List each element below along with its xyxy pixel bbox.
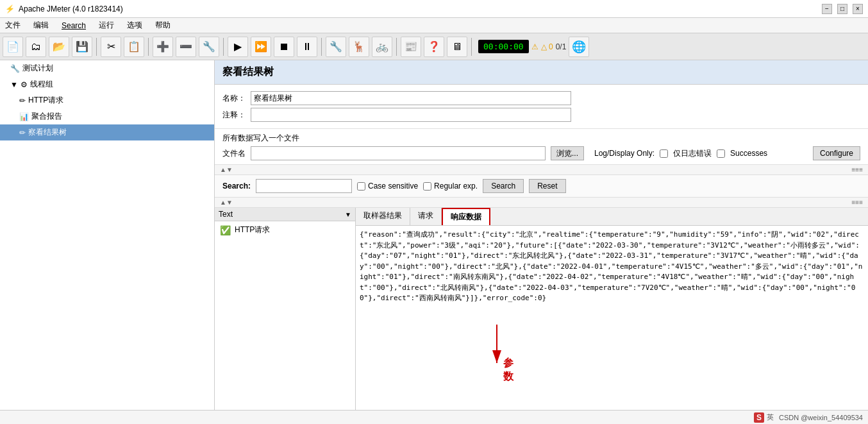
menu-bar: 文件 编辑 Search 运行 选项 帮助 [0, 18, 868, 33]
sidebar-item-label: 察看结果树 [28, 127, 67, 138]
menu-edit[interactable]: 编辑 [31, 19, 51, 32]
sidebar-item-label: 聚合报告 [31, 111, 62, 122]
dropdown-icon[interactable]: ▼ [345, 211, 351, 218]
comment-label: 注释： [222, 110, 246, 121]
func-helper-btn[interactable]: 🚲 [372, 37, 392, 57]
tab-sampler-result[interactable]: 取样器结果 [356, 208, 410, 225]
run-now-btn[interactable]: ⏩ [251, 37, 271, 57]
template-btn[interactable]: 🗂 [26, 37, 46, 57]
warning-display: ⚠ △ 0 [531, 42, 553, 51]
username: CSDN @weixin_54409534 [779, 414, 863, 421]
case-sensitive-label: Case sensitive [357, 182, 418, 191]
result-item-http[interactable]: ✅ HTTP请求 [216, 223, 354, 237]
detail-content: {"reason":"查询成功","result":{"city":"北京","… [356, 226, 868, 308]
file-section: 所有数据写入一个文件 文件名 浏览... Log/Display Only: 仅… [215, 129, 868, 165]
reset-button[interactable]: Reset [529, 179, 565, 193]
title-bar-left: ⚡ Apache JMeter (4.0 r1823414) [5, 4, 123, 13]
log-error-checkbox[interactable] [660, 149, 668, 158]
tab-response-data[interactable]: 响应数据 [442, 208, 490, 225]
name-section: 名称： 注释： [215, 85, 868, 129]
app-title: Apache JMeter (4.0 r1823414) [19, 4, 123, 13]
file-row: 文件名 浏览... Log/Display Only: 仅日志错误 Succes… [222, 146, 860, 160]
result-item-label: HTTP请求 [235, 225, 270, 235]
regular-exp-label: Regular exp. [423, 182, 478, 191]
view-results-icon: ✏ [19, 128, 26, 137]
successes-checkbox[interactable] [717, 149, 725, 158]
divider-arrows-right2: ≡≡≡ [851, 199, 863, 206]
new-btn[interactable]: 📄 [3, 37, 23, 57]
menu-run[interactable]: 运行 [96, 19, 117, 32]
comment-input[interactable] [251, 108, 571, 122]
warning-count: △ 0 [541, 42, 553, 51]
menu-options[interactable]: 选项 [124, 19, 145, 32]
maximize-btn[interactable]: □ [837, 4, 847, 14]
timer-display: 00:00:00 [478, 40, 529, 53]
expand-icon: ▼ [10, 80, 18, 89]
open-btn[interactable]: 📂 [49, 37, 69, 57]
run-count: 0/1 [556, 42, 567, 51]
column-header: Text [219, 210, 233, 219]
file-input[interactable] [251, 146, 546, 160]
tab-request[interactable]: 请求 [410, 208, 442, 225]
sep3 [223, 38, 224, 56]
search-input[interactable] [256, 179, 352, 193]
toggle-btn[interactable]: 🔧 [199, 37, 219, 57]
remove-btn[interactable]: ➖ [176, 37, 196, 57]
results-list-header: Text ▼ [215, 208, 355, 221]
bottom-bar: S 英 CSDN @weixin_54409534 [0, 410, 868, 424]
name-label: 名称： [222, 93, 246, 104]
search-button[interactable]: Search [483, 179, 524, 193]
copy-btn[interactable]: 📋 [124, 37, 144, 57]
csdn-badge: S 英 CSDN @weixin_54409534 [754, 412, 863, 423]
save-btn[interactable]: 💾 [72, 37, 92, 57]
regular-exp-checkbox[interactable] [423, 182, 431, 191]
menu-help[interactable]: 帮助 [153, 19, 173, 32]
comment-row: 注释： [222, 108, 860, 122]
divider-arrows-left2: ▲▼ [220, 199, 233, 206]
configure-btn[interactable]: Configure [813, 146, 860, 160]
app-icon: ⚡ [5, 4, 15, 13]
toolbar: 📄 🗂 📂 💾 ✂ 📋 ➕ ➖ 🔧 ▶ ⏩ ⏹ ⏸ 🔧 🦌 🚲 📰 ❓ 🖥 00… [0, 33, 868, 60]
remote-btn[interactable]: 🖥 [447, 37, 467, 57]
csdn-logo: S [754, 412, 764, 423]
sidebar-item-aggregate-report[interactable]: 📊 聚合报告 [0, 108, 214, 124]
sidebar-item-thread-group[interactable]: ▼ ⚙ 线程组 [0, 76, 214, 92]
warning-icon: ⚠ [531, 42, 538, 51]
name-row: 名称： [222, 91, 860, 105]
sep1 [96, 38, 97, 56]
name-input[interactable] [251, 91, 571, 105]
cut-btn[interactable]: ✂ [101, 37, 121, 57]
response-text: {"reason":"查询成功","result":{"city":"北京","… [360, 230, 862, 302]
globe-btn[interactable]: 🌐 [569, 37, 589, 57]
sidebar-item-test-plan[interactable]: 🔧 测试计划 [0, 60, 214, 76]
sidebar-item-view-results[interactable]: ✏ 察看结果树 [0, 124, 214, 140]
aggregate-icon: 📊 [19, 112, 29, 121]
sep6 [471, 38, 472, 56]
sidebar: 🔧 测试计划 ▼ ⚙ 线程组 ✏ HTTP请求 📊 聚合报告 ✏ 察看结果树 [0, 60, 215, 410]
case-sensitive-checkbox[interactable] [357, 182, 365, 191]
menu-search[interactable]: Search [59, 20, 88, 31]
divider-arrows-right: ≡≡≡ [851, 166, 863, 173]
title-bar: ⚡ Apache JMeter (4.0 r1823414) − □ × [0, 0, 868, 18]
divider-bottom: ▲▼ ≡≡≡ [215, 198, 868, 208]
templates-btn[interactable]: 📰 [401, 37, 421, 57]
log-error-label: 仅日志错误 [673, 148, 712, 159]
shutdown-btn[interactable]: ⏸ [297, 37, 317, 57]
browse-btn[interactable]: 浏览... [551, 146, 584, 160]
annotation-text: 参数 [503, 357, 513, 384]
lang-indicator: 英 [767, 412, 774, 422]
stop-btn[interactable]: ⏹ [274, 37, 294, 57]
run-btn[interactable]: ▶ [228, 37, 248, 57]
search-row: Search: Case sensitive Regular exp. Sear… [215, 175, 868, 198]
minimize-btn[interactable]: − [822, 4, 832, 14]
sidebar-item-http-request[interactable]: ✏ HTTP请求 [0, 92, 214, 108]
add-btn[interactable]: ➕ [153, 37, 173, 57]
clear-all-btn[interactable]: 🦌 [349, 37, 369, 57]
title-bar-controls[interactable]: − □ × [822, 4, 863, 14]
help-btn[interactable]: ❓ [424, 37, 444, 57]
close-btn[interactable]: × [853, 4, 863, 14]
divider-arrows-left: ▲▼ [220, 166, 233, 173]
menu-file[interactable]: 文件 [3, 19, 23, 32]
successes-label: Successes [730, 149, 767, 158]
clear-btn[interactable]: 🔧 [326, 37, 346, 57]
